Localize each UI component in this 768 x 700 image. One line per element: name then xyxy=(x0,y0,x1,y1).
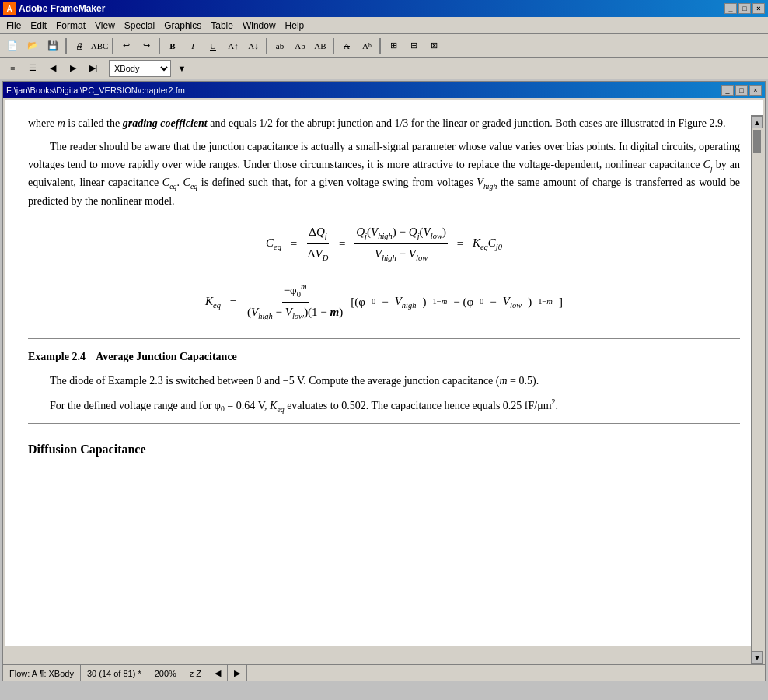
align-center-button[interactable]: Ab xyxy=(291,37,309,54)
menu-bar: File Edit Format View Special Graphics T… xyxy=(0,17,768,34)
indent-button[interactable]: ☰ xyxy=(23,60,42,77)
status-indicators: z Z xyxy=(183,665,208,681)
doc-title-buttons[interactable]: _ □ × xyxy=(721,85,762,96)
doc-path: F:\jan\Books\Digital\PC_VERSION\chapter2… xyxy=(6,86,185,95)
nav-prev-button[interactable]: ◀ xyxy=(44,60,62,77)
example-solution: For the defined voltage range and for φ0… xyxy=(28,396,740,415)
redo-button[interactable]: ↪ xyxy=(137,37,155,54)
new-button[interactable]: 📄 xyxy=(3,37,22,54)
doc-content-area: where m is called the grading coefficien… xyxy=(5,100,763,646)
table-button[interactable]: ⊞ xyxy=(384,37,403,54)
anchor-button[interactable]: ⊠ xyxy=(424,37,443,54)
menu-table[interactable]: Table xyxy=(206,17,238,33)
status-zoom: 200% xyxy=(148,665,183,681)
toolbar-sep6 xyxy=(379,38,381,54)
title-bar-left: A Adobe FrameMaker xyxy=(3,2,105,15)
maximize-button[interactable]: □ xyxy=(738,3,751,14)
equation-keq: Keq = −φ0m (Vhigh − Vlow)(1 − m) [(φ0 − … xyxy=(28,281,740,324)
status-nav-right[interactable]: ▶ xyxy=(228,665,247,681)
toolbar-sep2 xyxy=(112,38,113,54)
align-left-button[interactable]: ab xyxy=(271,37,289,54)
document-window: F:\jan\Books\Digital\PC_VERSION\chapter2… xyxy=(2,81,766,681)
frac-delta-q: ΔQj ΔVD xyxy=(306,222,330,265)
document-text: where m is called the grading coefficien… xyxy=(28,115,740,460)
underline-button[interactable]: U xyxy=(204,37,222,54)
menu-help[interactable]: Help xyxy=(281,17,309,33)
status-page: 30 (14 of 81) * xyxy=(81,665,148,681)
menu-special[interactable]: Special xyxy=(120,17,159,33)
scroll-thumb[interactable] xyxy=(753,130,761,153)
superscript-button[interactable]: Ab xyxy=(358,37,376,54)
toolbar-sep4 xyxy=(266,38,267,54)
font-smaller-button[interactable]: A↓ xyxy=(244,37,263,54)
equation-ceq: Ceq = ΔQj ΔVD = Qj(Vhigh) − Qj(Vlow) Vhi… xyxy=(28,222,740,265)
doc-maximize-button[interactable]: □ xyxy=(735,85,748,96)
scroll-up-button[interactable]: ▲ xyxy=(752,116,763,128)
menu-format[interactable]: Format xyxy=(51,17,90,33)
undo-button[interactable]: ↩ xyxy=(117,37,135,54)
menu-window[interactable]: Window xyxy=(238,17,281,33)
status-bar: Flow: A ¶: XBody 30 (14 of 81) * 200% z … xyxy=(3,664,765,681)
formula-ceq: Ceq = ΔQj ΔVD = Qj(Vhigh) − Qj(Vlow) Vhi… xyxy=(266,222,502,265)
menu-edit[interactable]: Edit xyxy=(26,17,51,33)
title-bar-buttons[interactable]: _ □ × xyxy=(724,3,765,14)
spell-button[interactable]: ABC xyxy=(90,37,109,54)
minimize-button[interactable]: _ xyxy=(724,3,737,14)
para-junction-cap: The reader should be aware that the junc… xyxy=(28,138,740,210)
align-right-button[interactable]: AB xyxy=(311,37,330,54)
open-button[interactable]: 📂 xyxy=(23,37,42,54)
nav-end-button[interactable]: ▶| xyxy=(84,60,103,77)
style-dropdown-button[interactable]: ▼ xyxy=(173,60,191,77)
nav-next-button[interactable]: ▶ xyxy=(64,60,82,77)
doc-close-button[interactable]: × xyxy=(749,85,762,96)
toolbar-sep1 xyxy=(65,38,67,54)
print-button[interactable]: 🖨 xyxy=(70,37,89,54)
status-flow: Flow: A ¶: XBody xyxy=(3,665,81,681)
app-title: Adobe FrameMaker xyxy=(19,3,105,14)
toolbar-sep3 xyxy=(159,38,160,54)
example-body: The diode of Example 2.3 is switched bet… xyxy=(50,373,740,390)
example-title: Average Junction Capacitance xyxy=(96,351,237,362)
menu-graphics[interactable]: Graphics xyxy=(159,17,206,33)
section-header-diffusion: Diffusion Capacitance xyxy=(28,439,740,460)
status-nav-left[interactable]: ◀ xyxy=(208,665,228,681)
frac-qj-diff: Qj(Vhigh) − Qj(Vlow) Vhigh − Vlow xyxy=(354,222,448,265)
title-bar: A Adobe FrameMaker _ □ × xyxy=(0,0,768,17)
format-toolbar: ≡ ☰ ◀ ▶ ▶| XBody ▼ xyxy=(0,58,768,79)
menu-view[interactable]: View xyxy=(90,17,120,33)
divider-after-example xyxy=(28,423,740,424)
example-label: Example 2.4 xyxy=(28,351,86,362)
example-header: Example 2.4 Average Junction Capacitance xyxy=(28,348,740,366)
frame-button[interactable]: ⊟ xyxy=(404,37,423,54)
paragraph-style-select[interactable]: XBody xyxy=(109,60,171,77)
frac-keq: −φ0m (Vhigh − Vlow)(1 − m) xyxy=(246,281,344,324)
scrollbar[interactable]: ▲ ▼ xyxy=(751,115,763,664)
app-icon: A xyxy=(3,2,16,15)
para-grading-coeff: where m is called the grading coefficien… xyxy=(28,115,740,132)
doc-body: where m is called the grading coefficien… xyxy=(3,100,765,681)
menu-file[interactable]: File xyxy=(2,17,26,33)
scroll-down-button[interactable]: ▼ xyxy=(752,651,763,663)
save-button[interactable]: 💾 xyxy=(44,37,62,54)
bold-button[interactable]: B xyxy=(163,37,182,54)
strikethrough-button[interactable]: A xyxy=(337,37,356,54)
main-toolbar: 📄 📂 💾 🖨 ABC ↩ ↪ B I U A↑ A↓ ab Ab AB A A… xyxy=(0,34,768,58)
italic-button[interactable]: I xyxy=(183,37,202,54)
close-button[interactable]: × xyxy=(752,3,765,14)
doc-minimize-button[interactable]: _ xyxy=(721,85,734,96)
divider-before-example xyxy=(28,338,740,339)
align-full-left-button[interactable]: ≡ xyxy=(3,60,22,77)
toolbar-sep5 xyxy=(333,38,334,54)
font-larger-button[interactable]: A↑ xyxy=(224,37,243,54)
formula-keq: Keq = −φ0m (Vhigh − Vlow)(1 − m) [(φ0 − … xyxy=(205,281,563,324)
doc-title-bar: F:\jan\Books\Digital\PC_VERSION\chapter2… xyxy=(3,82,765,98)
